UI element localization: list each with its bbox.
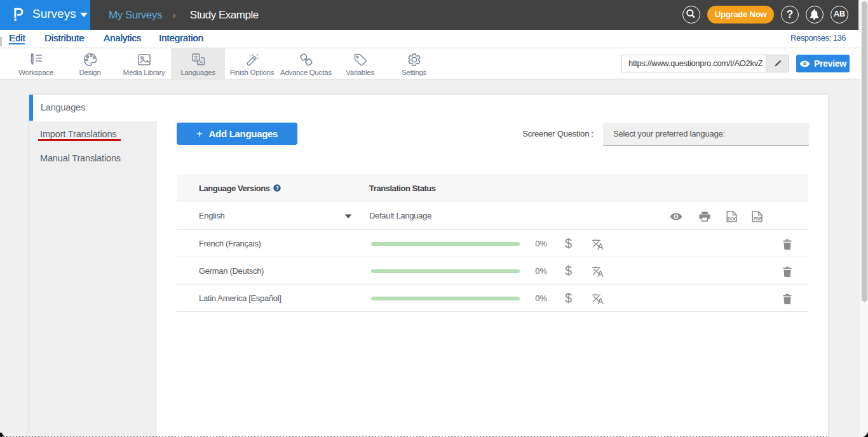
svg-text:A: A (199, 59, 203, 65)
svg-text:A: A (597, 241, 604, 251)
svg-text:A: A (597, 268, 604, 278)
svg-text:DOC: DOC (728, 216, 737, 220)
svg-text:文: 文 (193, 54, 199, 60)
svg-text:?: ? (275, 185, 278, 191)
svg-text:A: A (597, 295, 604, 306)
svg-text:PDF: PDF (754, 216, 763, 220)
